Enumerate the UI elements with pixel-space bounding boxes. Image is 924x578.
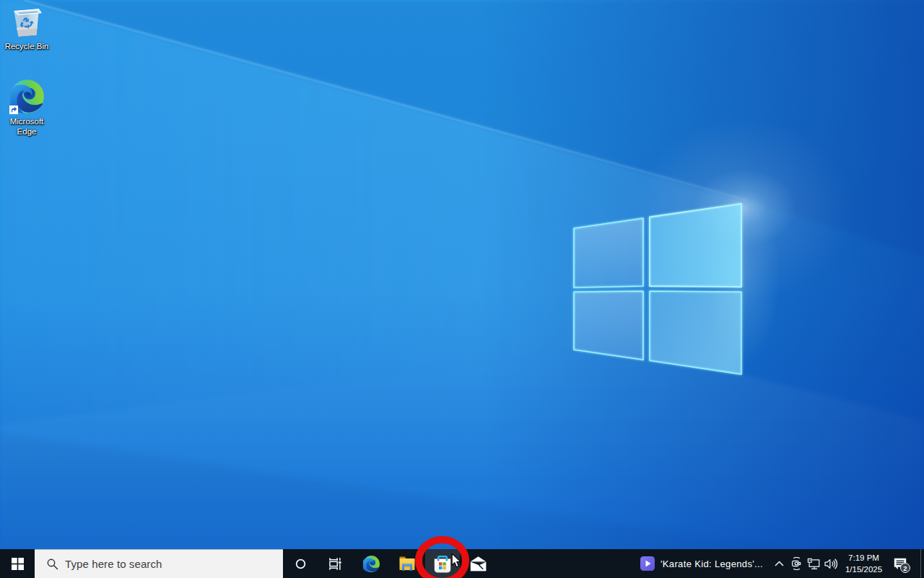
mail-icon	[470, 556, 487, 571]
task-view-icon	[329, 558, 341, 570]
show-desktop-button[interactable]	[920, 549, 924, 578]
file-explorer-icon	[399, 556, 415, 571]
desktop-icon-recycle-bin[interactable]: Recycle Bin	[0, 6, 53, 52]
volume-button[interactable]	[822, 549, 840, 578]
action-center-button[interactable]: 2	[888, 549, 920, 578]
chevron-up-icon	[775, 561, 784, 566]
now-playing-title[interactable]: 'Karate Kid: Legends'...	[661, 558, 763, 569]
file-explorer-button[interactable]	[389, 549, 424, 578]
microsoft-store-button[interactable]	[425, 549, 460, 578]
search-icon	[47, 558, 58, 570]
meet-now-button[interactable]	[788, 549, 805, 578]
taskbar-search-box[interactable]: Type here to search	[35, 549, 283, 578]
microsoft-store-icon	[434, 555, 451, 573]
network-button[interactable]	[805, 549, 822, 578]
system-tray: 'Karate Kid: Legends'...	[640, 549, 924, 578]
windows-start-icon	[12, 558, 24, 570]
notification-badge: 2	[900, 563, 910, 573]
search-placeholder: Type here to search	[65, 558, 162, 570]
windows-desktop: Recycle Bin	[0, 0, 924, 578]
taskbar: Type here to search	[0, 549, 924, 578]
media-player-button[interactable]	[640, 549, 655, 578]
taskbar-clock[interactable]: 7:19 PM 1/15/2025	[840, 552, 888, 576]
clock-date: 1/15/2025	[840, 564, 888, 575]
desktop-icon-microsoft-edge[interactable]: Microsoft Edge	[0, 79, 53, 137]
media-player-icon	[640, 556, 655, 571]
recycle-bin-icon	[12, 6, 42, 38]
volume-icon	[824, 558, 838, 570]
start-button[interactable]	[0, 549, 35, 578]
desktop-icon-label: Recycle Bin	[1, 42, 53, 52]
cortana-icon	[295, 558, 306, 569]
mail-button[interactable]	[461, 549, 496, 578]
edge-icon	[363, 556, 380, 572]
shortcut-arrow-icon	[9, 105, 18, 114]
tray-overflow-button[interactable]	[770, 549, 788, 578]
desktop-wallpaper	[0, 0, 924, 578]
ethernet-network-icon	[807, 558, 820, 570]
task-view-button[interactable]	[318, 549, 352, 578]
desktop-icon-label: Microsoft Edge	[1, 117, 53, 137]
meet-now-icon	[790, 557, 803, 570]
taskbar-edge-button[interactable]	[354, 549, 389, 578]
cortana-button[interactable]	[283, 549, 318, 578]
clock-time: 7:19 PM	[840, 552, 888, 564]
